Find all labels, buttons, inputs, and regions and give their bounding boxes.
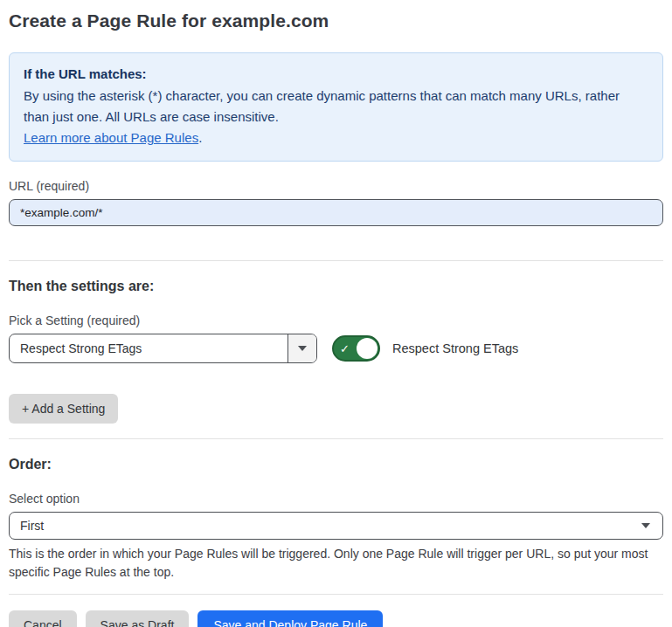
- setting-row: Respect Strong ETags ✓ Respect Strong ET…: [9, 334, 663, 363]
- url-section: URL (required): [9, 179, 663, 226]
- toggle-knob: [357, 338, 378, 359]
- save-draft-button[interactable]: Save as Draft: [86, 610, 190, 627]
- actions-row: Cancel Save as Draft Save and Deploy Pag…: [9, 610, 663, 627]
- order-section-heading: Order:: [9, 457, 663, 472]
- setting-select-caret-button[interactable]: [288, 334, 316, 362]
- setting-select[interactable]: Respect Strong ETags: [9, 334, 317, 363]
- check-icon: ✓: [340, 343, 350, 355]
- add-setting-button[interactable]: + Add a Setting: [9, 394, 118, 424]
- etags-toggle-group: ✓ Respect Strong ETags: [332, 335, 518, 362]
- learn-more-link[interactable]: Learn more about Page Rules: [24, 130, 198, 145]
- divider: [9, 260, 663, 261]
- etags-toggle-label: Respect Strong ETags: [392, 341, 518, 355]
- create-page-rule-panel: Create a Page Rule for example.com If th…: [0, 0, 672, 627]
- save-deploy-button[interactable]: Save and Deploy Page Rule: [197, 610, 383, 627]
- chevron-down-icon: [641, 523, 650, 528]
- setting-select-value: Respect Strong ETags: [10, 334, 288, 362]
- chevron-down-icon: [298, 346, 307, 351]
- divider: [9, 438, 663, 439]
- divider: [9, 594, 663, 595]
- url-input[interactable]: [9, 199, 663, 226]
- info-box-link-line: Learn more about Page Rules.: [24, 127, 648, 148]
- url-match-info-box: If the URL matches: By using the asteris…: [9, 52, 663, 162]
- order-select-value: First: [20, 519, 44, 533]
- page-title: Create a Page Rule for example.com: [9, 10, 663, 31]
- info-box-body: By using the asterisk (*) character, you…: [24, 86, 648, 127]
- order-help-text: This is the order in which your Page Rul…: [9, 545, 663, 582]
- order-select-label: Select option: [9, 492, 663, 506]
- info-box-heading: If the URL matches:: [24, 64, 648, 85]
- etags-toggle[interactable]: ✓: [332, 335, 380, 362]
- url-field-label: URL (required): [9, 179, 663, 193]
- order-select[interactable]: First: [9, 512, 663, 540]
- link-period: .: [198, 130, 202, 145]
- pick-setting-label: Pick a Setting (required): [9, 314, 663, 327]
- settings-section-heading: Then the settings are:: [9, 279, 663, 294]
- cancel-button[interactable]: Cancel: [9, 610, 77, 627]
